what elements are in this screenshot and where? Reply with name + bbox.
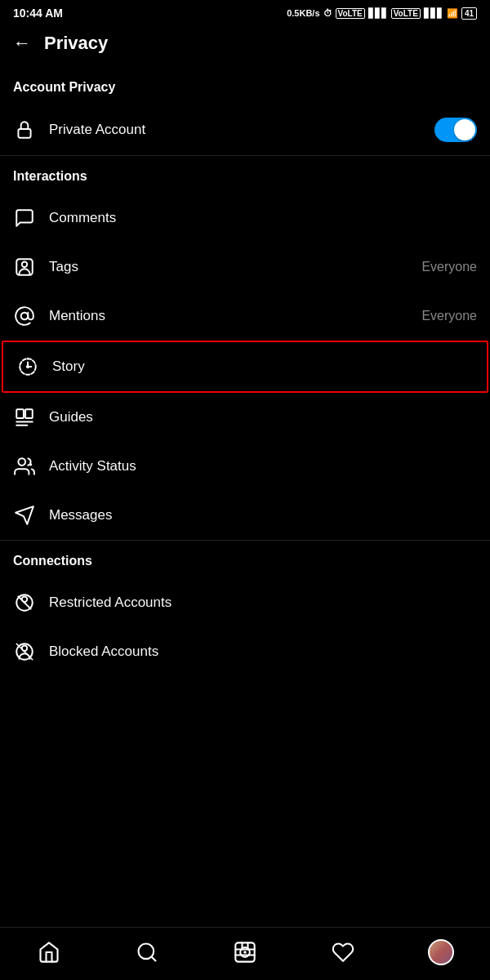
setting-row-messages[interactable]: Messages [0,491,490,540]
nav-reels[interactable] [229,936,261,969]
lte-icon: VoLTE [336,8,365,19]
status-time: 10:44 AM [13,7,63,20]
guides-label: Guides [49,409,477,425]
setting-row-tags[interactable]: Tags Everyone [0,243,490,292]
nav-activity[interactable] [327,936,359,969]
nav-profile[interactable] [425,936,457,969]
mentions-label: Mentions [49,308,408,324]
activity-status-label: Activity Status [49,458,477,474]
page-header: ← Privacy [0,23,490,67]
svg-point-3 [21,313,29,320]
status-bar: 10:44 AM 0.5KB/s ⏱ VoLTE ▋▋▋ VoLTE ▋▋▋ 📶… [0,0,490,23]
svg-rect-9 [25,409,33,418]
toggle-switch[interactable] [434,118,477,142]
guides-icon [13,406,36,429]
setting-row-mentions[interactable]: Mentions Everyone [0,292,490,341]
svg-marker-14 [16,506,33,524]
activity-icon [13,455,36,478]
messages-icon [13,504,36,527]
profile-avatar [428,939,454,965]
messages-label: Messages [49,507,477,523]
svg-rect-0 [18,129,30,138]
battery-icon: 41 [461,7,477,20]
setting-row-private-account[interactable]: Private Account [0,105,490,155]
nav-home[interactable] [33,936,65,969]
clock-icon: ⏱ [323,8,332,18]
wifi-icon: 📶 [447,8,458,19]
tags-label: Tags [49,259,408,275]
setting-row-activity-status[interactable]: Activity Status [0,442,490,491]
section-interactions: Interactions [0,156,490,194]
svg-line-16 [18,596,30,608]
restricted-accounts-label: Restricted Accounts [49,595,477,611]
comments-label: Comments [49,210,477,226]
back-button[interactable]: ← [13,33,31,54]
nav-search[interactable] [131,936,163,969]
signal-bars-2: ▋▋▋ [424,8,443,19]
mention-icon [13,305,36,327]
tag-person-icon [13,256,36,278]
setting-row-restricted-accounts[interactable]: Restricted Accounts [0,578,490,627]
story-icon [16,355,39,378]
blocked-icon [13,640,36,663]
private-account-toggle[interactable] [434,118,477,142]
svg-point-17 [22,596,28,602]
status-icons: 0.5KB/s ⏱ VoLTE ▋▋▋ VoLTE ▋▋▋ 📶 41 [287,7,477,20]
content-area: Account Privacy Private Account Interact… [0,67,490,742]
restricted-icon [13,591,36,614]
comment-icon [13,207,36,229]
lte-icon-2: VoLTE [391,8,421,19]
story-label: Story [52,359,474,375]
section-account-privacy: Account Privacy [0,67,490,105]
svg-point-12 [18,458,25,466]
lock-icon [13,118,36,141]
blocked-accounts-label: Blocked Accounts [49,644,477,660]
mentions-value: Everyone [421,309,477,323]
bottom-navigation [0,927,490,980]
svg-point-25 [243,951,247,954]
setting-row-blocked-accounts[interactable]: Blocked Accounts [0,627,490,676]
svg-line-22 [151,956,155,960]
svg-point-2 [22,262,28,268]
section-connections: Connections [0,541,490,578]
setting-row-comments[interactable]: Comments [0,194,490,243]
tags-value: Everyone [421,260,477,274]
svg-rect-8 [16,409,24,418]
setting-row-guides[interactable]: Guides [0,393,490,442]
network-speed: 0.5KB/s [287,8,319,18]
signal-bars-1: ▋▋▋ [368,8,388,19]
setting-row-story[interactable]: Story [2,341,488,393]
private-account-label: Private Account [49,122,421,138]
page-title: Privacy [44,33,108,54]
